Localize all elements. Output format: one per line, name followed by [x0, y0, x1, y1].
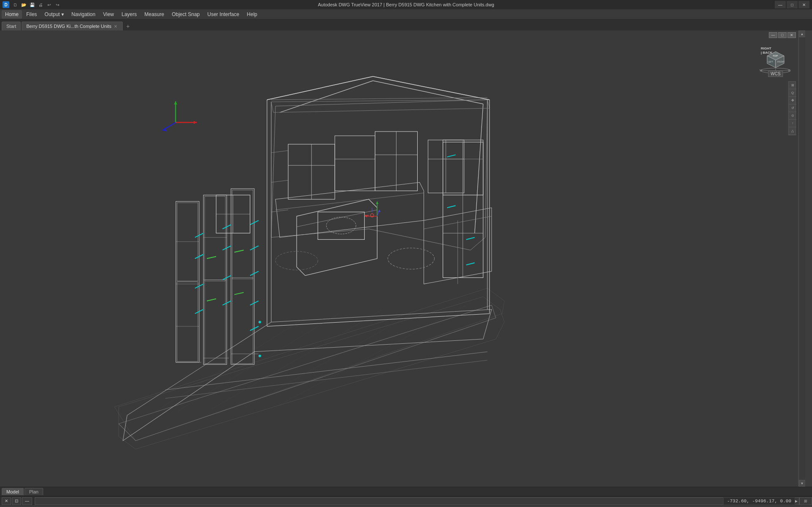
viewport[interactable]: — □ ✕: [0, 30, 805, 487]
nav-zoom-btn[interactable]: Q: [789, 89, 796, 97]
snap-toggle-button[interactable]: ⊡: [12, 497, 21, 505]
window-controls: — □ ✕: [775, 1, 809, 8]
qa-redo-btn[interactable]: ↪: [54, 1, 61, 8]
coord-mode-button[interactable]: ⊞: [799, 497, 812, 505]
dash-button[interactable]: —: [22, 497, 32, 505]
coordinate-display: -732.60, -9496.17, 0.00: [723, 497, 795, 505]
menu-item-navigation[interactable]: Navigation: [68, 10, 99, 19]
tab-plan[interactable]: Plan: [25, 488, 43, 495]
maximize-button[interactable]: □: [787, 1, 798, 8]
menu-item-files[interactable]: Files: [23, 10, 40, 19]
tab-start[interactable]: Start: [2, 22, 21, 30]
wcs-label[interactable]: WCS: [768, 71, 783, 77]
scroll-track[interactable]: [799, 37, 805, 480]
qa-print-btn[interactable]: 🖨: [37, 1, 44, 8]
scrollbar-right: ▲ ▼: [798, 30, 805, 487]
scroll-up-arrow[interactable]: ▲: [799, 30, 806, 37]
menu-item-view[interactable]: View: [99, 10, 117, 19]
qa-undo-btn[interactable]: ↩: [46, 1, 52, 8]
qa-save-btn[interactable]: 💾: [29, 1, 36, 8]
svg-marker-111: [194, 121, 197, 124]
svg-rect-0: [0, 34, 805, 483]
bottom-tabs: Model Plan: [0, 487, 812, 496]
svg-text:RIGHT: RIGHT: [761, 47, 771, 50]
scroll-down-arrow[interactable]: ▼: [799, 480, 806, 487]
viewport-minimize-button[interactable]: —: [769, 32, 777, 38]
svg-text:FRONT: FRONT: [777, 60, 784, 63]
svg-marker-113: [174, 101, 177, 105]
svg-text:| BACK: | BACK: [761, 51, 773, 55]
status-left: ✕ ⊡ —: [0, 497, 34, 505]
title-bar-left: D 🗋 📂 💾 🖨 ↩ ↪: [3, 1, 61, 8]
tab-model-label: Model: [6, 489, 19, 494]
menu-bar: Home Files Output ▾ Navigation View Laye…: [0, 9, 812, 19]
cancel-command-button[interactable]: ✕: [2, 497, 11, 505]
nav-walk-btn[interactable]: ↑: [789, 120, 796, 127]
app-icon[interactable]: D: [3, 1, 9, 8]
menu-item-layers[interactable]: Layers: [118, 10, 140, 19]
command-input[interactable]: [35, 497, 792, 505]
quick-access-toolbar: 🗋 📂 💾 🖨 ↩ ↪: [12, 1, 61, 8]
qa-open-btn[interactable]: 📂: [20, 1, 27, 8]
drawing-canvas[interactable]: [0, 30, 805, 487]
svg-text:E: E: [788, 69, 790, 72]
nav-fly-btn[interactable]: △: [789, 127, 796, 135]
svg-point-74: [259, 355, 261, 357]
tab-bar: Start Berry D5915 DWG Ki...th Complete U…: [0, 19, 812, 30]
viewport-controls: — □ ✕: [769, 32, 796, 38]
menu-item-object-snap[interactable]: Object Snap: [168, 10, 203, 19]
close-button[interactable]: ✕: [798, 1, 809, 8]
menu-item-user-interface[interactable]: User Interface: [204, 10, 242, 19]
nav-toolbar: ⊞ Q ✥ ↺ ⊙ ↑ △: [788, 81, 796, 135]
nav-zoom-extent-btn[interactable]: ⊞: [789, 82, 796, 89]
svg-text:W: W: [760, 69, 762, 72]
menu-item-measure[interactable]: Measure: [141, 10, 168, 19]
nav-look-btn[interactable]: ⊙: [789, 112, 796, 120]
svg-point-73: [259, 321, 261, 323]
svg-text:TOP: TOP: [773, 55, 778, 57]
tab-add-button[interactable]: +: [124, 22, 132, 30]
main-area: — □ ✕: [0, 30, 812, 487]
title-bar: D 🗋 📂 💾 🖨 ↩ ↪ Autodesk DWG TrueView 2017…: [0, 0, 812, 9]
coord-crosshair: [154, 96, 197, 138]
viewport-restore-button[interactable]: □: [778, 32, 787, 38]
tab-close-button[interactable]: ✕: [113, 24, 118, 29]
nav-orbit-btn[interactable]: ↺: [789, 104, 796, 112]
nav-pan-btn[interactable]: ✥: [789, 97, 796, 104]
minimize-button[interactable]: —: [775, 1, 786, 8]
qa-new-btn[interactable]: 🗋: [12, 1, 19, 8]
menu-item-output[interactable]: Output ▾: [41, 10, 67, 19]
view-cube[interactable]: N S E W TOP LEFT FRONT RIGHT | BACK WCS: [759, 43, 793, 77]
svg-text:LEFT: LEFT: [768, 60, 773, 63]
tab-drawing-label: Berry D5915 DWG Ki...th Complete Units: [26, 24, 111, 29]
window-title: Autodesk DWG TrueView 2017 | Berry D5915…: [318, 2, 494, 7]
viewport-close-button[interactable]: ✕: [787, 32, 796, 38]
tab-drawing[interactable]: Berry D5915 DWG Ki...th Complete Units ✕: [22, 22, 123, 30]
tab-model[interactable]: Model: [2, 488, 24, 495]
tab-plan-label: Plan: [29, 489, 39, 494]
tab-start-label: Start: [6, 24, 16, 29]
menu-item-home[interactable]: Home: [2, 10, 22, 19]
status-bar: ✕ ⊡ — ▶ -732.60, -9496.17, 0.00 ⊞: [0, 496, 812, 505]
menu-item-help[interactable]: Help: [243, 10, 261, 19]
